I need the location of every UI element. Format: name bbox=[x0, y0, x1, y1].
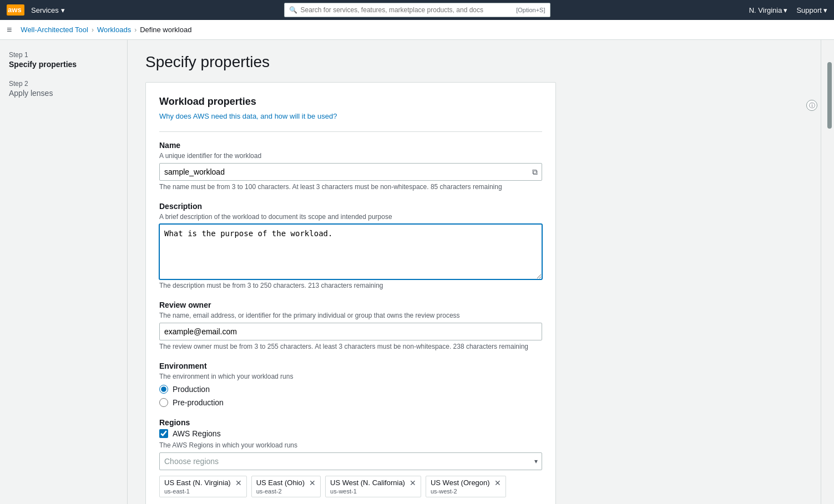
svg-text:aws: aws bbox=[8, 6, 22, 14]
search-shortcut: [Option+S] bbox=[516, 7, 545, 13]
environment-hint: The environment in which your workload r… bbox=[159, 373, 542, 380]
region-tag-code-3: us-west-2 bbox=[431, 488, 501, 495]
name-input-wrapper: ⧉ bbox=[159, 163, 542, 181]
region-selector[interactable]: N. Virginia ▾ bbox=[749, 6, 788, 14]
region-tag-name-2: US West (N. California) bbox=[330, 478, 405, 487]
content-area: Specify properties Workload properties W… bbox=[128, 40, 821, 504]
regions-hint: The AWS Regions in which your workload r… bbox=[159, 441, 542, 449]
region-tag-name-0: US East (N. Virginia) bbox=[164, 478, 231, 487]
environment-label: Environment bbox=[159, 362, 542, 370]
form-divider bbox=[159, 131, 542, 132]
main-layout: Step 1 Specify properties Step 2 Apply l… bbox=[0, 40, 834, 504]
region-tag-us-east-1: US East (N. Virginia) ✕ us-east-1 bbox=[159, 476, 247, 497]
env-production-radio[interactable] bbox=[159, 385, 168, 394]
region-tag-header-3: US West (Oregon) ✕ bbox=[431, 478, 501, 487]
support-label: Support bbox=[796, 6, 822, 14]
review-owner-label: Review owner bbox=[159, 301, 542, 309]
secondary-navigation: ≡ Well-Architected Tool › Workloads › De… bbox=[0, 20, 834, 40]
env-production-label: Production bbox=[173, 385, 210, 394]
step-1-title: Specify properties bbox=[9, 60, 118, 69]
name-input[interactable] bbox=[159, 163, 542, 181]
name-label: Name bbox=[159, 141, 542, 150]
info-icon[interactable]: ⓘ bbox=[806, 100, 817, 111]
description-label: Description bbox=[159, 202, 542, 211]
region-tags: US East (N. Virginia) ✕ us-east-1 US Eas… bbox=[159, 476, 542, 497]
region-tag-name-3: US West (Oregon) bbox=[431, 478, 490, 487]
breadcrumb-current: Define workload bbox=[140, 26, 191, 34]
environment-field: Environment The environment in which you… bbox=[159, 362, 542, 407]
aws-regions-checkbox-item[interactable]: AWS Regions bbox=[159, 429, 542, 438]
env-preproduction-radio[interactable] bbox=[159, 398, 168, 407]
environment-radio-group: Production Pre-production bbox=[159, 385, 542, 407]
review-owner-hint: The name, email address, or identifier f… bbox=[159, 312, 542, 319]
region-tag-name-1: US East (Ohio) bbox=[256, 478, 305, 487]
region-tag-code-0: us-east-1 bbox=[164, 488, 242, 495]
right-panel bbox=[821, 40, 834, 504]
global-search[interactable]: 🔍 [Option+S] bbox=[284, 3, 550, 17]
aws-regions-checkbox-label: AWS Regions bbox=[173, 429, 221, 438]
scroll-indicator[interactable] bbox=[827, 62, 832, 129]
env-production-option[interactable]: Production bbox=[159, 385, 542, 394]
description-field: Description A brief description of the w… bbox=[159, 202, 542, 289]
breadcrumb-separator-2: › bbox=[134, 26, 137, 34]
region-tag-us-west-1: US West (N. California) ✕ us-west-1 bbox=[325, 476, 421, 497]
env-preproduction-label: Pre-production bbox=[173, 398, 224, 407]
services-button[interactable]: Services ▾ bbox=[31, 6, 65, 14]
name-hint: A unique identifier for the workload bbox=[159, 152, 542, 160]
services-label: Services bbox=[31, 6, 59, 14]
region-tag-header-0: US East (N. Virginia) ✕ bbox=[164, 478, 242, 487]
region-select[interactable]: Choose regions bbox=[159, 452, 542, 470]
aws-data-usage-link[interactable]: Why does AWS need this data, and how wil… bbox=[159, 112, 542, 120]
region-tag-us-east-2: US East (Ohio) ✕ us-east-2 bbox=[251, 476, 321, 497]
name-field: Name A unique identifier for the workloa… bbox=[159, 141, 542, 191]
description-hint: A brief description of the workload to d… bbox=[159, 213, 542, 221]
description-helper: The description must be from 3 to 250 ch… bbox=[159, 282, 542, 289]
region-arrow: ▾ bbox=[784, 6, 787, 14]
sidebar: Step 1 Specify properties Step 2 Apply l… bbox=[0, 40, 128, 504]
sidebar-step-2: Step 2 Apply lenses bbox=[9, 80, 118, 98]
region-tag-close-3[interactable]: ✕ bbox=[494, 479, 501, 487]
services-arrow: ▾ bbox=[61, 6, 65, 14]
support-arrow: ▾ bbox=[823, 6, 827, 14]
form-card: Workload properties Why does AWS need th… bbox=[145, 82, 556, 504]
breadcrumb: Well-Architected Tool › Workloads › Defi… bbox=[21, 26, 191, 34]
nav-right: N. Virginia ▾ Support ▾ bbox=[749, 6, 827, 14]
breadcrumb-separator-1: › bbox=[92, 26, 94, 34]
description-input[interactable] bbox=[159, 224, 542, 279]
form-card-title: Workload properties bbox=[159, 96, 542, 108]
region-tag-close-1[interactable]: ✕ bbox=[309, 479, 316, 487]
region-tag-header-1: US East (Ohio) ✕ bbox=[256, 478, 316, 487]
aws-logo-box: aws bbox=[7, 4, 24, 16]
review-owner-helper: The review owner must be from 3 to 255 c… bbox=[159, 343, 542, 350]
copy-icon[interactable]: ⧉ bbox=[532, 167, 538, 177]
review-owner-field: Review owner The name, email address, or… bbox=[159, 301, 542, 350]
name-helper: The name must be from 3 to 100 character… bbox=[159, 183, 542, 191]
region-tag-code-2: us-west-1 bbox=[330, 488, 416, 495]
regions-field: Regions AWS Regions The AWS Regions in w… bbox=[159, 418, 542, 497]
top-navigation: aws Services ▾ 🔍 [Option+S] N. Virginia … bbox=[0, 0, 834, 20]
search-icon: 🔍 bbox=[289, 6, 297, 14]
page-title: Specify properties bbox=[145, 53, 803, 71]
region-select-wrapper: Choose regions ▾ bbox=[159, 452, 542, 470]
step-2-title: Apply lenses bbox=[9, 89, 118, 98]
regions-label: Regions bbox=[159, 418, 542, 427]
step-2-label: Step 2 bbox=[9, 80, 118, 88]
breadcrumb-workloads[interactable]: Workloads bbox=[97, 26, 131, 34]
review-owner-input[interactable] bbox=[159, 323, 542, 340]
search-input[interactable] bbox=[301, 6, 517, 14]
sidebar-step-1: Step 1 Specify properties bbox=[9, 51, 118, 69]
step-1-label: Step 1 bbox=[9, 51, 118, 59]
breadcrumb-well-architected[interactable]: Well-Architected Tool bbox=[21, 26, 88, 34]
region-label: N. Virginia bbox=[749, 6, 782, 14]
region-tag-header-2: US West (N. California) ✕ bbox=[330, 478, 416, 487]
aws-logo[interactable]: aws bbox=[7, 4, 24, 16]
support-menu[interactable]: Support ▾ bbox=[796, 6, 827, 14]
review-owner-input-wrapper bbox=[159, 323, 542, 340]
region-tag-close-2[interactable]: ✕ bbox=[410, 479, 416, 487]
aws-regions-checkbox[interactable] bbox=[159, 429, 168, 438]
hamburger-menu[interactable]: ≡ bbox=[7, 25, 12, 35]
region-tag-close-0[interactable]: ✕ bbox=[235, 479, 242, 487]
region-tag-code-1: us-east-2 bbox=[256, 488, 316, 495]
region-tag-us-west-2: US West (Oregon) ✕ us-west-2 bbox=[426, 476, 506, 497]
env-preproduction-option[interactable]: Pre-production bbox=[159, 398, 542, 407]
